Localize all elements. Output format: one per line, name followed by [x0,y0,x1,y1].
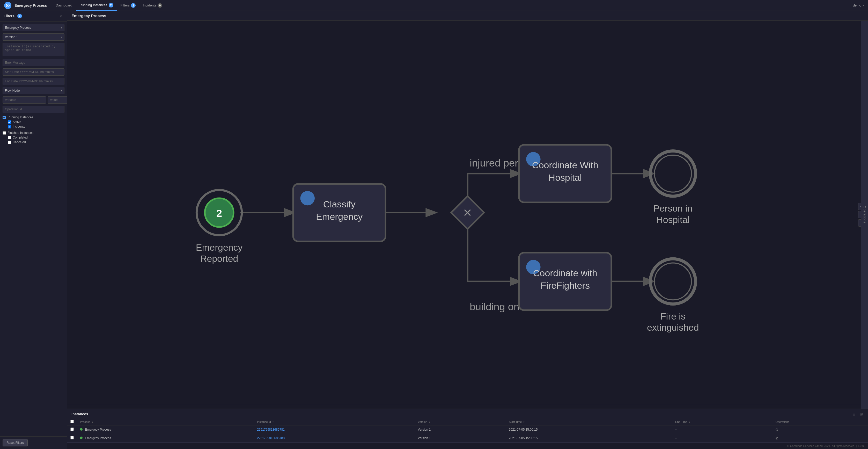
row1-operations: ⊘ [772,425,868,434]
finished-instances-checkbox[interactable] [3,131,6,134]
running-instances-badge: 2 [109,3,113,7]
row2-checkbox[interactable] [70,436,74,440]
row1-version: Version 1 [414,425,506,434]
svg-text:Hospital: Hospital [548,173,582,183]
svg-text:extinguished: extinguished [647,322,699,333]
instances-title: Instances [71,412,88,416]
row2-cancel-button[interactable]: ⊘ [775,436,778,440]
canceled-label[interactable]: Canceled [8,140,64,145]
nav-running-instances[interactable]: Running Instances 2 [76,0,117,11]
row1-end-time: -- [672,425,772,434]
table-row: Emergecy Process 2251799813685788 Versio… [67,434,868,443]
row2-version: Version 1 [414,434,506,443]
svg-text:Coordinate with: Coordinate with [533,268,597,278]
start-date-input[interactable] [3,68,64,76]
instance-ids-input[interactable] [3,43,64,56]
instances-section: Instances ⊟ ⊞ Process ▾ Instance I [67,409,868,443]
row1-instance-link[interactable]: 2251799813685781 [257,428,285,431]
row2-status-dot [80,437,83,439]
instance-id-sort-icon: ▾ [273,421,274,423]
active-label[interactable]: Active [8,120,64,124]
page-title: Emergecy Process [71,13,106,18]
finished-instances-label[interactable]: Finished Instances [3,130,64,135]
variable-input[interactable] [3,96,46,103]
running-instances-group: Running Instances Active Incidents [3,115,64,129]
row1-cancel-button[interactable]: ⊘ [775,427,778,432]
version-select[interactable]: Version 1 [3,33,64,41]
end-time-sort-icon: ▾ [689,421,690,423]
svg-text:Emergency: Emergency [196,242,243,253]
completed-label[interactable]: Completed [8,135,64,140]
svg-text:Person in: Person in [653,203,692,214]
row1-checkbox[interactable] [70,427,74,431]
svg-point-15 [300,191,315,206]
canceled-checkbox[interactable] [8,141,11,144]
instances-actions: ⊟ ⊞ [851,412,864,417]
sidebar-body: Emergecy Process ▾ Version 1 ▾ [0,22,67,436]
footer-bar: © Camunda Services GmbH 2021. All rights… [67,443,868,449]
incidents-badge: 0 [158,3,162,8]
flow-node-select-wrap: Flow Node ▾ [3,87,64,94]
row1-instance-id[interactable]: 2251799813685781 [254,425,414,434]
sidebar-footer: Reset Filters [0,436,67,449]
end-date-input[interactable] [3,78,64,85]
svg-text:Fire is: Fire is [660,311,686,322]
finished-instances-sub: Completed Canceled [3,135,64,145]
diagram-area[interactable]: injured person building on fire Emergenc… [67,21,868,409]
operations-tab[interactable]: Operations [861,21,868,409]
running-instances-label[interactable]: Running Instances [3,115,64,120]
topnav: Emergecy Process Dashboard Running Insta… [0,0,868,11]
col-instance-id[interactable]: Instance Id ▾ [254,418,414,425]
incidents-label[interactable]: Incidents [8,124,64,129]
row1-status-dot [80,428,83,430]
instances-table: Process ▾ Instance Id ▾ Version ▾ Star [67,418,868,443]
completed-checkbox[interactable] [8,136,11,139]
select-all-checkbox[interactable] [70,420,74,423]
sidebar-filters-badge: 2 [17,14,22,19]
app-name: Emergecy Process [14,3,47,7]
reset-filters-button[interactable]: Reset Filters [3,439,28,446]
instances-collapse-button[interactable]: ⊟ [851,412,857,417]
nav-dashboard[interactable]: Dashboard [52,0,76,11]
process-select-wrap: Emergecy Process ▾ [3,24,64,31]
svg-point-1 [7,5,8,6]
value-input[interactable] [48,96,67,103]
user-menu[interactable]: demo ▾ [853,3,864,7]
process-sort-icon: ▾ [92,421,93,423]
sidebar: Filters 2 « Emergecy Process ▾ Version 1… [0,11,67,449]
sidebar-title: Filters 2 [4,14,22,19]
svg-text:Hospital: Hospital [656,215,690,225]
col-version[interactable]: Version ▾ [414,418,506,425]
svg-text:Classify: Classify [323,199,355,209]
col-end-time[interactable]: End Time ▾ [672,418,772,425]
instances-tbody: Emergecy Process 2251799813685781 Versio… [67,425,868,443]
main-layout: Filters 2 « Emergecy Process ▾ Version 1… [0,11,868,449]
running-instances-sub: Active Incidents [3,120,64,129]
flow-node-select[interactable]: Flow Node [3,87,64,94]
svg-text:Coordinate With: Coordinate With [532,160,598,170]
nav-incidents[interactable]: Incidents 0 [139,0,166,11]
svg-text:2: 2 [216,207,222,219]
app-logo [4,2,11,9]
filters-badge: 2 [131,3,135,8]
row2-instance-id[interactable]: 2251799813685788 [254,434,414,443]
instances-expand-button[interactable]: ⊞ [859,412,864,417]
error-message-input[interactable] [3,59,64,66]
version-sort-icon: ▾ [429,421,430,423]
process-select[interactable]: Emergecy Process [3,24,64,31]
table-header: Process ▾ Instance Id ▾ Version ▾ Star [67,418,868,425]
row2-end-time: -- [672,434,772,443]
col-process[interactable]: Process ▾ [77,418,254,425]
process-diagram: injured person building on fire Emergenc… [67,21,868,409]
version-select-wrap: Version 1 ▾ [3,33,64,41]
svg-text:FireFighters: FireFighters [540,280,590,291]
sidebar-collapse-button[interactable]: « [58,13,63,19]
incidents-checkbox[interactable] [8,125,11,128]
row2-instance-link[interactable]: 2251799813685788 [257,436,285,440]
active-checkbox[interactable] [8,120,11,124]
nav-filters[interactable]: Filters 2 [117,0,139,11]
start-time-sort-icon: ▾ [523,421,525,423]
running-instances-checkbox[interactable] [3,116,6,119]
col-start-time[interactable]: Start Time ▾ [506,418,672,425]
operation-id-input[interactable] [3,106,64,113]
